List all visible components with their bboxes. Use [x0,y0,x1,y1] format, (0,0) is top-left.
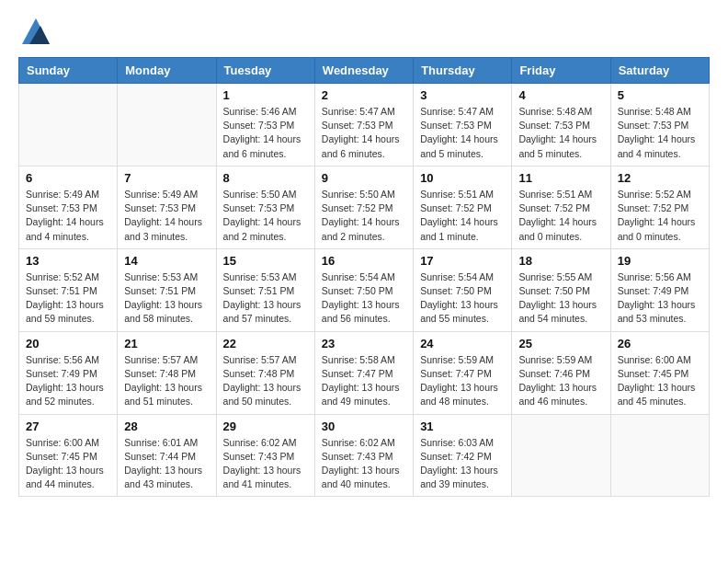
day-number: 28 [124,419,209,433]
day-number: 27 [26,419,110,433]
calendar-cell: 20Sunrise: 5:56 AM Sunset: 7:49 PM Dayli… [19,331,118,414]
calendar-cell: 12Sunrise: 5:52 AM Sunset: 7:52 PM Dayli… [610,166,709,248]
day-info: Sunrise: 5:57 AM Sunset: 7:48 PM Dayligh… [124,353,209,409]
calendar-cell: 21Sunrise: 5:57 AM Sunset: 7:48 PM Dayli… [118,331,216,414]
day-info: Sunrise: 5:51 AM Sunset: 7:52 PM Dayligh… [518,188,603,244]
day-number: 26 [618,337,702,350]
day-info: Sunrise: 5:55 AM Sunset: 7:50 PM Dayligh… [518,270,603,327]
calendar-cell: 15Sunrise: 5:53 AM Sunset: 7:51 PM Dayli… [216,248,314,331]
day-number: 31 [420,419,505,433]
day-number: 14 [124,254,209,268]
day-number: 13 [26,254,110,268]
calendar-cell: 10Sunrise: 5:51 AM Sunset: 7:52 PM Dayli… [414,166,512,248]
day-info: Sunrise: 5:48 AM Sunset: 7:53 PM Dayligh… [618,105,702,161]
calendar-cell: 29Sunrise: 6:02 AM Sunset: 7:43 PM Dayli… [216,414,314,497]
week-row-4: 20Sunrise: 5:56 AM Sunset: 7:49 PM Dayli… [19,331,710,414]
calendar-cell: 22Sunrise: 5:57 AM Sunset: 7:48 PM Dayli… [216,331,314,414]
calendar-cell: 18Sunrise: 5:55 AM Sunset: 7:50 PM Dayli… [512,248,610,331]
day-info: Sunrise: 5:51 AM Sunset: 7:52 PM Dayligh… [420,188,505,244]
day-number: 21 [124,337,209,350]
calendar-cell: 4Sunrise: 5:48 AM Sunset: 7:53 PM Daylig… [512,84,610,167]
day-info: Sunrise: 5:50 AM Sunset: 7:53 PM Dayligh… [223,188,308,244]
day-info: Sunrise: 5:58 AM Sunset: 7:47 PM Dayligh… [322,353,406,409]
day-number: 7 [124,171,209,185]
day-number: 3 [420,88,505,102]
day-info: Sunrise: 5:48 AM Sunset: 7:53 PM Dayligh… [518,105,603,161]
day-info: Sunrise: 5:47 AM Sunset: 7:53 PM Dayligh… [322,105,406,161]
logo [18,18,50,48]
day-number: 1 [223,88,308,102]
day-number: 5 [618,88,702,102]
day-info: Sunrise: 5:49 AM Sunset: 7:53 PM Dayligh… [26,188,110,244]
calendar-cell: 16Sunrise: 5:54 AM Sunset: 7:50 PM Dayli… [314,248,413,331]
calendar-cell: 7Sunrise: 5:49 AM Sunset: 7:53 PM Daylig… [118,166,216,248]
day-info: Sunrise: 5:56 AM Sunset: 7:49 PM Dayligh… [26,353,110,409]
day-number: 19 [618,254,702,268]
day-number: 9 [322,171,406,185]
calendar-cell [512,414,610,497]
day-info: Sunrise: 5:53 AM Sunset: 7:51 PM Dayligh… [124,270,209,327]
day-number: 22 [223,337,308,350]
day-info: Sunrise: 5:52 AM Sunset: 7:52 PM Dayligh… [618,188,702,244]
day-number: 24 [420,337,505,350]
calendar-table: SundayMondayTuesdayWednesdayThursdayFrid… [18,57,710,497]
weekday-header-tuesday: Tuesday [216,58,314,84]
day-number: 25 [518,337,603,350]
calendar-cell [610,414,709,497]
calendar-cell: 8Sunrise: 5:50 AM Sunset: 7:53 PM Daylig… [216,166,314,248]
day-info: Sunrise: 5:46 AM Sunset: 7:53 PM Dayligh… [223,105,308,161]
day-info: Sunrise: 5:59 AM Sunset: 7:47 PM Dayligh… [420,353,505,409]
day-info: Sunrise: 5:56 AM Sunset: 7:49 PM Dayligh… [618,270,702,327]
day-number: 15 [223,254,308,268]
calendar-cell [19,84,118,167]
week-row-5: 27Sunrise: 6:00 AM Sunset: 7:45 PM Dayli… [19,414,710,497]
weekday-header-thursday: Thursday [414,58,512,84]
day-number: 17 [420,254,505,268]
calendar-cell: 26Sunrise: 6:00 AM Sunset: 7:45 PM Dayli… [610,331,709,414]
day-info: Sunrise: 6:03 AM Sunset: 7:42 PM Dayligh… [420,436,505,492]
calendar-cell: 13Sunrise: 5:52 AM Sunset: 7:51 PM Dayli… [19,248,118,331]
day-info: Sunrise: 5:52 AM Sunset: 7:51 PM Dayligh… [26,270,110,327]
week-row-3: 13Sunrise: 5:52 AM Sunset: 7:51 PM Dayli… [19,248,710,331]
calendar-cell: 5Sunrise: 5:48 AM Sunset: 7:53 PM Daylig… [610,84,709,167]
calendar-cell: 23Sunrise: 5:58 AM Sunset: 7:47 PM Dayli… [314,331,413,414]
calendar-cell: 17Sunrise: 5:54 AM Sunset: 7:50 PM Dayli… [414,248,512,331]
day-info: Sunrise: 6:01 AM Sunset: 7:44 PM Dayligh… [124,436,209,492]
day-info: Sunrise: 5:54 AM Sunset: 7:50 PM Dayligh… [322,270,406,327]
calendar-cell: 1Sunrise: 5:46 AM Sunset: 7:53 PM Daylig… [216,84,314,167]
day-info: Sunrise: 6:00 AM Sunset: 7:45 PM Dayligh… [618,353,702,409]
logo-icon [22,18,50,44]
weekday-header-wednesday: Wednesday [314,58,413,84]
day-number: 4 [518,88,603,102]
day-info: Sunrise: 6:02 AM Sunset: 7:43 PM Dayligh… [223,436,308,492]
weekday-header-sunday: Sunday [19,58,118,84]
day-number: 18 [518,254,603,268]
weekday-header-row: SundayMondayTuesdayWednesdayThursdayFrid… [19,58,710,84]
day-info: Sunrise: 5:50 AM Sunset: 7:52 PM Dayligh… [322,188,406,244]
calendar-cell: 9Sunrise: 5:50 AM Sunset: 7:52 PM Daylig… [314,166,413,248]
calendar-cell: 28Sunrise: 6:01 AM Sunset: 7:44 PM Dayli… [118,414,216,497]
weekday-header-saturday: Saturday [610,58,709,84]
day-number: 12 [618,171,702,185]
calendar-cell: 31Sunrise: 6:03 AM Sunset: 7:42 PM Dayli… [414,414,512,497]
day-number: 30 [322,419,406,433]
calendar-cell: 14Sunrise: 5:53 AM Sunset: 7:51 PM Dayli… [118,248,216,331]
day-number: 10 [420,171,505,185]
week-row-2: 6Sunrise: 5:49 AM Sunset: 7:53 PM Daylig… [19,166,710,248]
day-info: Sunrise: 5:57 AM Sunset: 7:48 PM Dayligh… [223,353,308,409]
calendar-cell: 3Sunrise: 5:47 AM Sunset: 7:53 PM Daylig… [414,84,512,167]
day-info: Sunrise: 5:59 AM Sunset: 7:46 PM Dayligh… [518,353,603,409]
day-number: 11 [518,171,603,185]
day-number: 2 [322,88,406,102]
day-number: 29 [223,419,308,433]
calendar-cell: 11Sunrise: 5:51 AM Sunset: 7:52 PM Dayli… [512,166,610,248]
day-number: 6 [26,171,110,185]
day-info: Sunrise: 6:00 AM Sunset: 7:45 PM Dayligh… [26,436,110,492]
weekday-header-friday: Friday [512,58,610,84]
calendar-cell: 27Sunrise: 6:00 AM Sunset: 7:45 PM Dayli… [19,414,118,497]
week-row-1: 1Sunrise: 5:46 AM Sunset: 7:53 PM Daylig… [19,84,710,167]
calendar-cell: 2Sunrise: 5:47 AM Sunset: 7:53 PM Daylig… [314,84,413,167]
day-number: 8 [223,171,308,185]
day-info: Sunrise: 6:02 AM Sunset: 7:43 PM Dayligh… [322,436,406,492]
calendar-cell: 25Sunrise: 5:59 AM Sunset: 7:46 PM Dayli… [512,331,610,414]
